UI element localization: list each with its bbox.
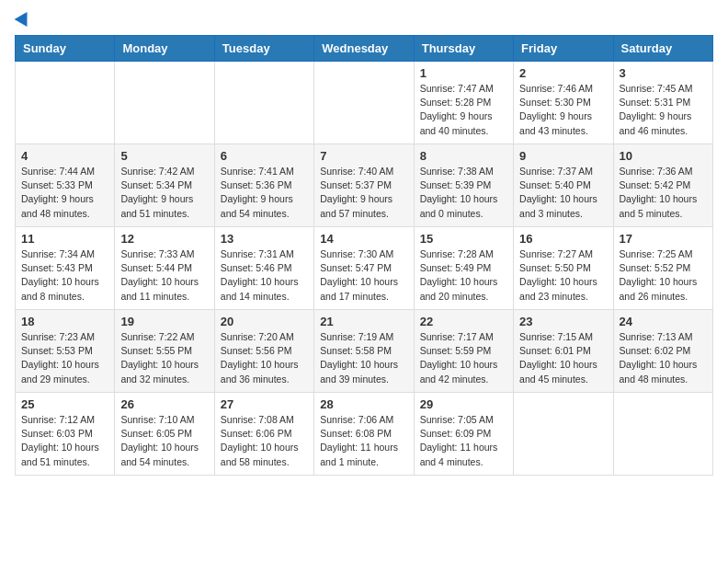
- calendar-cell: 25Sunrise: 7:12 AM Sunset: 6:03 PM Dayli…: [16, 393, 115, 476]
- calendar-cell: 29Sunrise: 7:05 AM Sunset: 6:09 PM Dayli…: [414, 393, 513, 476]
- day-number: 14: [320, 232, 407, 246]
- day-info: Sunrise: 7:37 AM Sunset: 5:40 PM Dayligh…: [519, 165, 607, 221]
- day-number: 26: [120, 397, 208, 411]
- day-info: Sunrise: 7:33 AM Sunset: 5:44 PM Dayligh…: [120, 247, 208, 304]
- calendar-cell: 21Sunrise: 7:19 AM Sunset: 5:58 PM Dayli…: [314, 310, 414, 393]
- day-number: 24: [620, 315, 707, 328]
- calendar-week-row: 25Sunrise: 7:12 AM Sunset: 6:03 PM Dayli…: [16, 393, 713, 476]
- day-number: 1: [420, 66, 507, 80]
- day-number: 13: [221, 232, 308, 246]
- day-number: 2: [519, 66, 607, 80]
- calendar-cell: [115, 62, 214, 144]
- day-info: Sunrise: 7:31 AM Sunset: 5:46 PM Dayligh…: [221, 247, 308, 304]
- page-header: [15, 15, 713, 24]
- column-header-wednesday: Wednesday: [314, 36, 414, 62]
- day-info: Sunrise: 7:08 AM Sunset: 6:06 PM Dayligh…: [221, 413, 308, 469]
- calendar-cell: 16Sunrise: 7:27 AM Sunset: 5:50 PM Dayli…: [514, 227, 613, 310]
- day-info: Sunrise: 7:41 AM Sunset: 5:36 PM Dayligh…: [221, 165, 308, 221]
- day-info: Sunrise: 7:27 AM Sunset: 5:50 PM Dayligh…: [519, 247, 607, 304]
- calendar-cell: 2Sunrise: 7:46 AM Sunset: 5:30 PM Daylig…: [514, 62, 613, 144]
- calendar-cell: 17Sunrise: 7:25 AM Sunset: 5:52 PM Dayli…: [613, 227, 712, 310]
- day-info: Sunrise: 7:05 AM Sunset: 6:09 PM Dayligh…: [420, 413, 507, 469]
- calendar-table: SundayMondayTuesdayWednesdayThursdayFrid…: [15, 35, 713, 476]
- calendar-cell: 11Sunrise: 7:34 AM Sunset: 5:43 PM Dayli…: [16, 227, 115, 310]
- calendar-week-row: 4Sunrise: 7:44 AM Sunset: 5:33 PM Daylig…: [16, 144, 713, 227]
- day-info: Sunrise: 7:42 AM Sunset: 5:34 PM Dayligh…: [120, 165, 208, 221]
- column-header-thursday: Thursday: [414, 36, 513, 62]
- calendar-cell: 18Sunrise: 7:23 AM Sunset: 5:53 PM Dayli…: [16, 310, 115, 393]
- column-header-monday: Monday: [115, 36, 214, 62]
- day-number: 20: [221, 315, 308, 328]
- day-number: 23: [519, 315, 607, 328]
- calendar-cell: 1Sunrise: 7:47 AM Sunset: 5:28 PM Daylig…: [414, 62, 513, 144]
- day-info: Sunrise: 7:38 AM Sunset: 5:39 PM Dayligh…: [420, 165, 507, 221]
- calendar-cell: 14Sunrise: 7:30 AM Sunset: 5:47 PM Dayli…: [314, 227, 414, 310]
- day-number: 5: [120, 149, 208, 163]
- day-number: 3: [620, 66, 707, 80]
- day-number: 25: [21, 397, 108, 411]
- day-info: Sunrise: 7:47 AM Sunset: 5:28 PM Dayligh…: [420, 82, 507, 138]
- day-number: 11: [21, 232, 108, 246]
- calendar-cell: 28Sunrise: 7:06 AM Sunset: 6:08 PM Dayli…: [314, 393, 414, 476]
- calendar-cell: [16, 62, 115, 144]
- calendar-cell: [613, 393, 712, 476]
- day-number: 9: [519, 149, 607, 163]
- day-info: Sunrise: 7:22 AM Sunset: 5:55 PM Dayligh…: [120, 330, 208, 386]
- day-info: Sunrise: 7:19 AM Sunset: 5:58 PM Dayligh…: [320, 330, 407, 386]
- day-info: Sunrise: 7:45 AM Sunset: 5:31 PM Dayligh…: [620, 82, 707, 138]
- calendar-cell: 27Sunrise: 7:08 AM Sunset: 6:06 PM Dayli…: [214, 393, 313, 476]
- day-info: Sunrise: 7:25 AM Sunset: 5:52 PM Dayligh…: [620, 247, 707, 304]
- calendar-cell: 10Sunrise: 7:36 AM Sunset: 5:42 PM Dayli…: [613, 144, 712, 227]
- calendar-cell: 8Sunrise: 7:38 AM Sunset: 5:39 PM Daylig…: [414, 144, 513, 227]
- column-header-saturday: Saturday: [613, 36, 712, 62]
- day-info: Sunrise: 7:30 AM Sunset: 5:47 PM Dayligh…: [320, 247, 407, 304]
- day-number: 7: [320, 149, 407, 163]
- day-info: Sunrise: 7:13 AM Sunset: 6:02 PM Dayligh…: [620, 330, 707, 386]
- column-header-sunday: Sunday: [16, 36, 115, 62]
- day-info: Sunrise: 7:34 AM Sunset: 5:43 PM Dayligh…: [21, 247, 108, 304]
- day-info: Sunrise: 7:10 AM Sunset: 6:05 PM Dayligh…: [120, 413, 208, 469]
- column-header-friday: Friday: [514, 36, 613, 62]
- calendar-cell: 24Sunrise: 7:13 AM Sunset: 6:02 PM Dayli…: [613, 310, 712, 393]
- calendar-cell: 3Sunrise: 7:45 AM Sunset: 5:31 PM Daylig…: [613, 62, 712, 144]
- day-info: Sunrise: 7:40 AM Sunset: 5:37 PM Dayligh…: [320, 165, 407, 221]
- day-number: 27: [221, 397, 308, 411]
- logo-icon: [15, 8, 34, 27]
- calendar-cell: 22Sunrise: 7:17 AM Sunset: 5:59 PM Dayli…: [414, 310, 513, 393]
- calendar-week-row: 1Sunrise: 7:47 AM Sunset: 5:28 PM Daylig…: [16, 62, 713, 144]
- calendar-cell: 9Sunrise: 7:37 AM Sunset: 5:40 PM Daylig…: [514, 144, 613, 227]
- calendar-cell: 5Sunrise: 7:42 AM Sunset: 5:34 PM Daylig…: [115, 144, 214, 227]
- day-number: 18: [21, 315, 108, 328]
- day-info: Sunrise: 7:23 AM Sunset: 5:53 PM Dayligh…: [21, 330, 108, 386]
- calendar-cell: 4Sunrise: 7:44 AM Sunset: 5:33 PM Daylig…: [16, 144, 115, 227]
- calendar-cell: [314, 62, 414, 144]
- day-number: 12: [120, 232, 208, 246]
- day-number: 4: [21, 149, 108, 163]
- calendar-cell: 13Sunrise: 7:31 AM Sunset: 5:46 PM Dayli…: [214, 227, 313, 310]
- day-info: Sunrise: 7:06 AM Sunset: 6:08 PM Dayligh…: [320, 413, 407, 469]
- day-info: Sunrise: 7:44 AM Sunset: 5:33 PM Dayligh…: [21, 165, 108, 221]
- calendar-header-row: SundayMondayTuesdayWednesdayThursdayFrid…: [16, 36, 713, 62]
- calendar-cell: 20Sunrise: 7:20 AM Sunset: 5:56 PM Dayli…: [214, 310, 313, 393]
- day-info: Sunrise: 7:20 AM Sunset: 5:56 PM Dayligh…: [221, 330, 308, 386]
- calendar-cell: 23Sunrise: 7:15 AM Sunset: 6:01 PM Dayli…: [514, 310, 613, 393]
- day-number: 22: [420, 315, 507, 328]
- calendar-cell: 15Sunrise: 7:28 AM Sunset: 5:49 PM Dayli…: [414, 227, 513, 310]
- calendar-cell: 12Sunrise: 7:33 AM Sunset: 5:44 PM Dayli…: [115, 227, 214, 310]
- calendar-cell: 26Sunrise: 7:10 AM Sunset: 6:05 PM Dayli…: [115, 393, 214, 476]
- day-info: Sunrise: 7:28 AM Sunset: 5:49 PM Dayligh…: [420, 247, 507, 304]
- day-info: Sunrise: 7:46 AM Sunset: 5:30 PM Dayligh…: [519, 82, 607, 138]
- day-number: 10: [620, 149, 707, 163]
- calendar-week-row: 18Sunrise: 7:23 AM Sunset: 5:53 PM Dayli…: [16, 310, 713, 393]
- day-number: 6: [221, 149, 308, 163]
- day-info: Sunrise: 7:15 AM Sunset: 6:01 PM Dayligh…: [519, 330, 607, 386]
- day-number: 21: [320, 315, 407, 328]
- day-number: 8: [420, 149, 507, 163]
- day-number: 19: [120, 315, 208, 328]
- day-number: 29: [420, 397, 507, 411]
- day-info: Sunrise: 7:36 AM Sunset: 5:42 PM Dayligh…: [620, 165, 707, 221]
- logo: [15, 15, 31, 24]
- day-number: 15: [420, 232, 507, 246]
- calendar-cell: [214, 62, 313, 144]
- day-number: 16: [519, 232, 607, 246]
